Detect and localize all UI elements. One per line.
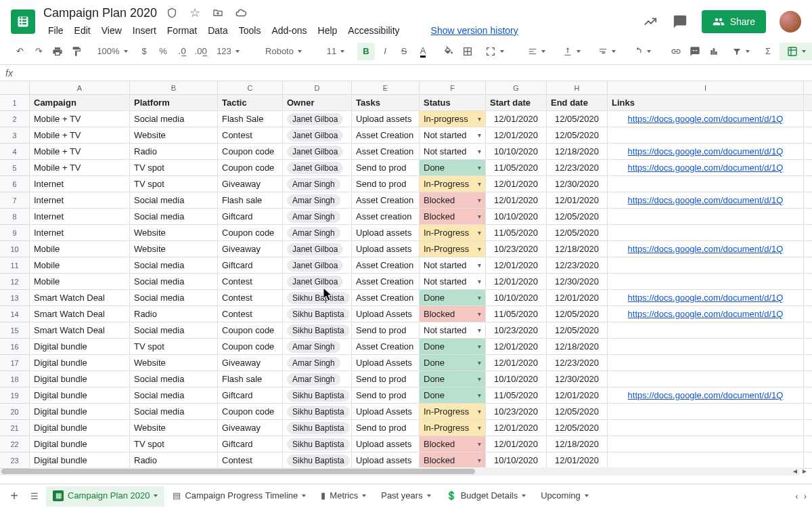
cell[interactable]: https://docs.google.com/document/d/1Q bbox=[608, 306, 804, 322]
increase-decimal-button[interactable]: .00̲ bbox=[192, 43, 210, 60]
column-header[interactable]: G bbox=[486, 81, 547, 94]
cell[interactable]: 12/01/2020 bbox=[486, 436, 547, 452]
status-dropdown[interactable]: In-Progress▾ bbox=[420, 225, 486, 240]
status-dropdown[interactable]: Done▾ bbox=[420, 160, 486, 175]
cell[interactable]: Mobile bbox=[30, 257, 130, 273]
cell[interactable]: 12/18/2020 bbox=[547, 436, 608, 452]
owner-chip[interactable]: Janet Gilboa bbox=[287, 146, 343, 158]
cell[interactable] bbox=[608, 420, 804, 436]
cell[interactable]: 10/10/2020 bbox=[486, 144, 547, 159]
owner-chip[interactable]: Janet Gilboa bbox=[287, 243, 343, 255]
status-dropdown[interactable]: Done▾ bbox=[420, 339, 486, 354]
status-dropdown[interactable]: In-Progress▾ bbox=[420, 176, 486, 192]
cell[interactable]: Janet Gilboa bbox=[283, 274, 352, 289]
cell[interactable]: 12/30/2020 bbox=[547, 371, 608, 387]
status-dropdown[interactable]: Blocked▾ bbox=[420, 436, 486, 452]
cell[interactable]: Contest bbox=[218, 452, 283, 468]
row-header[interactable]: 11 bbox=[0, 257, 29, 274]
cell[interactable]: Coupon code bbox=[218, 225, 283, 240]
cell[interactable]: 12/18/2020 bbox=[547, 241, 608, 257]
cell[interactable]: TV spot bbox=[130, 339, 218, 354]
strike-button[interactable]: S bbox=[395, 43, 413, 60]
cell[interactable]: TV spot bbox=[130, 436, 218, 452]
cell[interactable]: Send to prod bbox=[352, 387, 420, 403]
cell[interactable]: 12/05/2020 bbox=[547, 420, 608, 436]
owner-chip[interactable]: Sikhu Baptista bbox=[287, 422, 350, 434]
row-header[interactable]: 16 bbox=[0, 339, 29, 355]
cell[interactable]: Giftcard bbox=[218, 257, 283, 273]
owner-chip[interactable]: Janet Gilboa bbox=[287, 259, 343, 272]
cell[interactable]: 12/01/2020 bbox=[547, 192, 608, 208]
cell[interactable]: Giftcard bbox=[218, 209, 283, 224]
cell[interactable]: Social media bbox=[130, 274, 218, 289]
row-header[interactable]: 9 bbox=[0, 225, 29, 241]
cell[interactable]: Coupon code bbox=[218, 322, 283, 338]
cell[interactable]: Smart Watch Deal bbox=[30, 322, 130, 338]
link-button[interactable] bbox=[667, 43, 685, 60]
cell[interactable]: Sikhu Baptista bbox=[283, 452, 352, 468]
owner-chip[interactable]: Amar Singh bbox=[287, 211, 340, 223]
horizontal-scrollbar[interactable] bbox=[0, 467, 800, 475]
cell[interactable]: Janet Gilboa bbox=[283, 111, 352, 127]
cell[interactable] bbox=[608, 176, 804, 192]
status-dropdown[interactable]: Blocked▾ bbox=[420, 306, 486, 322]
cell[interactable]: Send to prod bbox=[352, 371, 420, 387]
status-dropdown[interactable]: Not started▾ bbox=[420, 257, 486, 273]
cell[interactable]: 12/05/2020 bbox=[547, 225, 608, 240]
cell[interactable]: Social media bbox=[130, 371, 218, 387]
cell[interactable]: Website bbox=[130, 355, 218, 371]
cell[interactable]: https://docs.google.com/document/d/1Q bbox=[608, 387, 804, 403]
cell[interactable]: Internet bbox=[30, 225, 130, 240]
status-dropdown[interactable]: In-Progress▾ bbox=[420, 404, 486, 419]
cell[interactable]: Owner bbox=[283, 95, 352, 110]
column-header[interactable]: H bbox=[547, 81, 608, 94]
cell[interactable]: 12/01/2020 bbox=[547, 290, 608, 305]
cell[interactable]: Giveaway bbox=[218, 420, 283, 436]
cell[interactable]: 12/01/2020 bbox=[486, 355, 547, 371]
version-history-link[interactable]: Show version history bbox=[426, 22, 523, 39]
menu-edit[interactable]: Edit bbox=[70, 22, 95, 39]
cell[interactable]: 12/18/2020 bbox=[547, 144, 608, 159]
cell[interactable]: Internet bbox=[30, 192, 130, 208]
percent-button[interactable]: % bbox=[154, 43, 172, 60]
cell[interactable]: 12/01/2020 bbox=[486, 192, 547, 208]
row-header[interactable]: 1 bbox=[0, 95, 29, 111]
cell[interactable]: 12/01/2020 bbox=[486, 420, 547, 436]
rotate-button[interactable] bbox=[625, 43, 659, 60]
status-dropdown[interactable]: In-Progress▾ bbox=[420, 420, 486, 436]
cell[interactable]: Sikhu Baptista bbox=[283, 306, 352, 322]
cell[interactable]: Asset Creation bbox=[352, 290, 420, 305]
cell[interactable]: Mobile + TV bbox=[30, 160, 130, 175]
cell[interactable]: Flash Sale bbox=[218, 111, 283, 127]
cell[interactable]: Sikhu Baptista bbox=[283, 387, 352, 403]
spreadsheet-grid[interactable]: ABCDEFGHI 123456789101112131415161718192… bbox=[0, 81, 812, 475]
cell[interactable]: End date bbox=[547, 95, 608, 110]
owner-chip[interactable]: Sikhu Baptista bbox=[287, 292, 350, 304]
cell[interactable]: Social media bbox=[130, 404, 218, 419]
cell[interactable]: Sikhu Baptista bbox=[283, 420, 352, 436]
cell[interactable]: 12/23/2020 bbox=[547, 160, 608, 175]
menu-accessibility[interactable]: Accessibility bbox=[343, 22, 404, 39]
cell[interactable]: 12/23/2020 bbox=[547, 257, 608, 273]
cell[interactable]: Send to prod bbox=[352, 160, 420, 175]
cell[interactable]: https://docs.google.com/document/d/1Q bbox=[608, 111, 804, 127]
cell[interactable]: Website bbox=[130, 241, 218, 257]
cell[interactable]: Start date bbox=[486, 95, 547, 110]
cell[interactable]: Tasks bbox=[352, 95, 420, 110]
cell[interactable]: Upload Assets bbox=[352, 306, 420, 322]
cell[interactable]: Janet Gilboa bbox=[283, 127, 352, 143]
status-dropdown[interactable]: Done▾ bbox=[420, 355, 486, 371]
cell[interactable] bbox=[608, 225, 804, 240]
cell[interactable] bbox=[608, 322, 804, 338]
cell[interactable]: Contest bbox=[218, 274, 283, 289]
cell[interactable]: Asset Creation bbox=[352, 192, 420, 208]
row-header[interactable]: 13 bbox=[0, 290, 29, 306]
cell[interactable]: Upload assets bbox=[352, 436, 420, 452]
bold-button[interactable]: B bbox=[357, 43, 375, 60]
cell[interactable]: Digital bundle bbox=[30, 355, 130, 371]
undo-button[interactable]: ↶ bbox=[11, 43, 28, 60]
cell[interactable] bbox=[608, 452, 804, 468]
cell[interactable]: 12/05/2020 bbox=[547, 322, 608, 338]
currency-button[interactable]: $ bbox=[135, 43, 153, 60]
cell[interactable]: https://docs.google.com/document/d/1Q bbox=[608, 290, 804, 305]
